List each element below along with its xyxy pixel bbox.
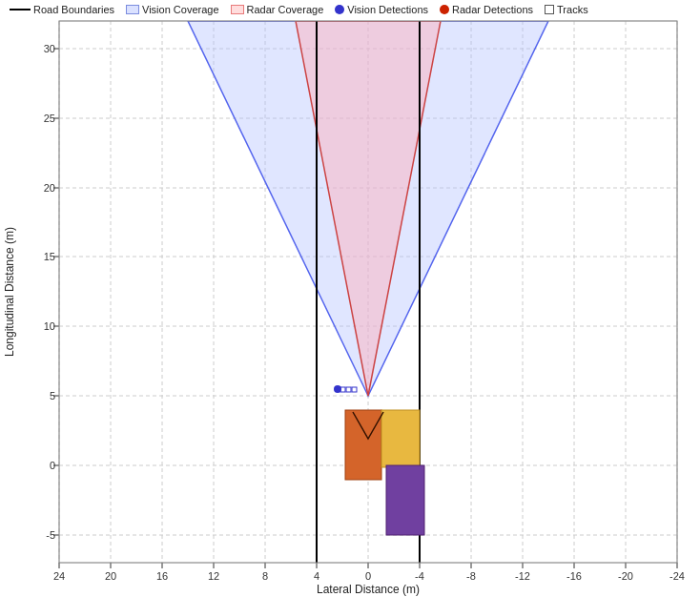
svg-text:4: 4 [314, 570, 319, 582]
x-axis-title: Lateral Distance (m) [317, 583, 420, 596]
track-purple-box [386, 465, 424, 535]
svg-text:12: 12 [208, 570, 219, 582]
svg-text:-4: -4 [415, 570, 424, 582]
x-axis-labels: 24 20 16 12 8 4 0 -4 -8 -12 -16 -20 -24 [53, 570, 685, 582]
y-axis-title: Longitudinal Distance (m) [3, 227, 16, 357]
x-axis-ticks [59, 563, 677, 568]
chart-container: Road Boundaries Vision Coverage Radar Co… [0, 0, 700, 597]
main-chart: 24 20 16 12 8 4 0 -4 -8 -12 -16 -20 -24 [0, 0, 700, 597]
svg-text:0: 0 [365, 570, 371, 582]
svg-text:-8: -8 [466, 570, 476, 582]
track-yellow-box [381, 410, 420, 467]
y-axis-labels: 30 25 20 15 10 5 0 -5 [44, 43, 55, 541]
svg-text:20: 20 [105, 570, 116, 582]
svg-text:-24: -24 [669, 570, 685, 582]
svg-text:-20: -20 [618, 570, 633, 582]
svg-text:16: 16 [156, 570, 168, 582]
svg-text:24: 24 [53, 570, 65, 582]
svg-text:-16: -16 [566, 570, 582, 582]
svg-text:-12: -12 [515, 570, 530, 582]
track-orange-box [345, 410, 381, 480]
svg-text:8: 8 [262, 570, 268, 582]
